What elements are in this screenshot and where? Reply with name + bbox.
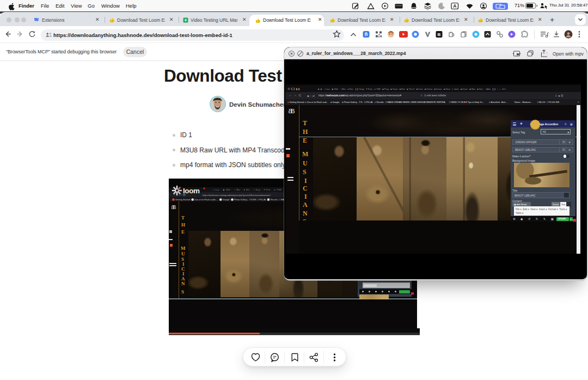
- svg-text:B: B: [173, 204, 176, 210]
- svg-text:B: B: [438, 32, 441, 37]
- svg-text:B: B: [290, 107, 295, 115]
